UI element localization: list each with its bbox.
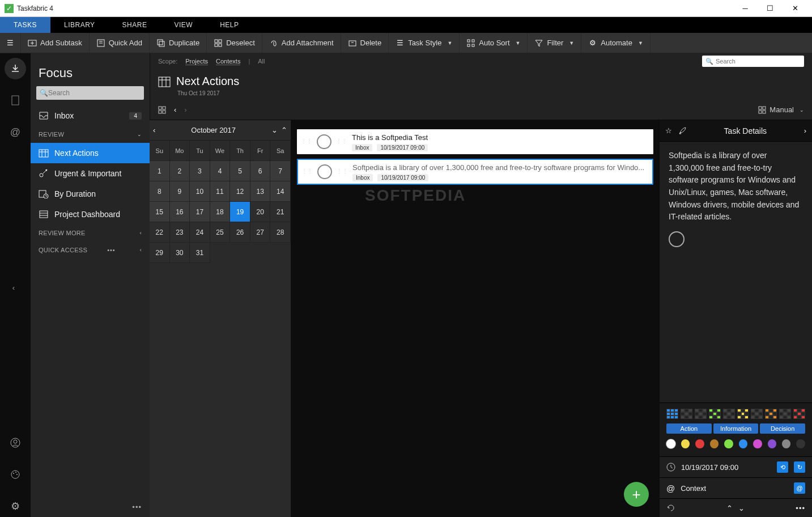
prev-button[interactable]: ‹ xyxy=(174,105,176,114)
menu-share[interactable]: SHARE xyxy=(109,17,161,33)
rail-page-button[interactable] xyxy=(5,90,26,111)
maximize-button[interactable]: ☐ xyxy=(758,1,783,16)
next-button[interactable]: › xyxy=(184,105,186,114)
color-swatch[interactable] xyxy=(782,439,790,448)
section-quick-access[interactable]: QUICK ACCESS•••‹ xyxy=(31,241,150,258)
color-swatch[interactable] xyxy=(753,439,762,448)
hamburger-button[interactable]: ☰ xyxy=(0,33,21,53)
star-icon[interactable]: ☆ xyxy=(665,126,672,135)
style-swatch[interactable] xyxy=(751,409,763,419)
automate-button[interactable]: ⚙Automate▼ xyxy=(581,33,651,53)
cal-day[interactable]: 20 xyxy=(250,202,271,222)
cal-day[interactable]: 7 xyxy=(270,161,291,181)
task-style-button[interactable]: ☰Task Style▼ xyxy=(389,33,460,53)
style-swatch[interactable] xyxy=(695,409,707,419)
cal-day[interactable]: 1 xyxy=(150,161,170,181)
quick-add-button[interactable]: Quick Add xyxy=(90,33,150,53)
cal-day[interactable]: 29 xyxy=(150,243,170,263)
color-swatch[interactable] xyxy=(695,439,704,448)
cal-day[interactable]: 15 xyxy=(150,202,170,222)
minimize-button[interactable]: ─ xyxy=(733,1,758,16)
sidebar-inbox[interactable]: Inbox 4 xyxy=(31,105,150,126)
section-review[interactable]: REVIEW⌄ xyxy=(31,126,150,143)
add-task-fab[interactable]: + xyxy=(624,482,649,507)
rocket-icon[interactable] xyxy=(678,126,687,135)
cal-day[interactable]: 26 xyxy=(230,222,250,243)
cal-day[interactable]: 3 xyxy=(190,161,210,181)
cycle-icon[interactable] xyxy=(666,503,675,512)
cal-day[interactable]: 9 xyxy=(170,181,190,202)
rail-collapse-button[interactable]: ‹ xyxy=(12,283,15,292)
scope-projects[interactable]: Projects xyxy=(185,58,208,65)
deselect-button[interactable]: Deselect xyxy=(207,33,262,53)
filter-button[interactable]: Filter▼ xyxy=(528,33,581,53)
menu-help[interactable]: HELP xyxy=(206,17,252,33)
cal-day[interactable]: 30 xyxy=(170,243,190,263)
sidebar-search[interactable]: 🔍 xyxy=(36,86,144,100)
style-swatch[interactable] xyxy=(737,409,749,419)
menu-tasks[interactable]: TASKS xyxy=(0,17,50,33)
more-icon[interactable]: ••• xyxy=(796,504,805,512)
cal-day[interactable]: 25 xyxy=(210,222,231,243)
cal-day[interactable]: 8 xyxy=(150,181,170,202)
cal-day[interactable]: 21 xyxy=(270,202,291,222)
color-swatch[interactable] xyxy=(666,439,675,448)
cal-day[interactable]: 24 xyxy=(190,222,210,243)
cal-day[interactable]: 10 xyxy=(190,181,210,202)
section-review-more[interactable]: REVIEW MORE‹ xyxy=(31,224,150,241)
due-reset-button[interactable]: ⟲ xyxy=(777,461,788,473)
cal-dropdown-button[interactable]: ⌄ xyxy=(271,126,278,134)
style-swatch[interactable] xyxy=(779,409,791,419)
cal-day[interactable]: 31 xyxy=(190,243,210,263)
cal-day[interactable]: 19 xyxy=(230,202,250,222)
auto-sort-button[interactable]: Auto Sort▼ xyxy=(460,33,528,53)
rail-user-button[interactable] xyxy=(5,432,26,454)
cal-up-button[interactable]: ⌃ xyxy=(281,126,287,134)
sidebar-dashboard[interactable]: Project Dashboard xyxy=(31,204,150,224)
cal-day[interactable]: 28 xyxy=(270,222,291,243)
color-swatch[interactable] xyxy=(724,439,733,448)
sidebar-next-actions[interactable]: Next Actions xyxy=(31,143,150,163)
cal-day[interactable]: 12 xyxy=(230,181,250,202)
style-swatch[interactable] xyxy=(765,409,777,419)
style-swatch[interactable] xyxy=(666,409,678,419)
segment-action[interactable]: Action xyxy=(666,423,712,434)
cal-day[interactable]: 13 xyxy=(250,181,271,202)
cal-day[interactable]: 4 xyxy=(210,161,231,181)
context-at-button[interactable]: @ xyxy=(794,482,805,494)
cal-day[interactable]: 6 xyxy=(250,161,271,181)
color-swatch[interactable] xyxy=(681,439,690,448)
cal-day[interactable]: 14 xyxy=(270,181,291,202)
task-checkbox[interactable] xyxy=(317,134,331,149)
more-icon[interactable]: ••• xyxy=(132,503,142,511)
rail-at-button[interactable]: @ xyxy=(5,121,26,143)
due-refresh-button[interactable]: ↻ xyxy=(794,461,805,473)
drag-handle-icon[interactable]: ⋮⋮ xyxy=(301,168,313,174)
global-search-input[interactable] xyxy=(716,58,801,65)
style-swatch[interactable] xyxy=(723,409,735,419)
drag-handle-icon[interactable]: ⋮⋮ xyxy=(301,138,312,144)
menu-view[interactable]: VIEW xyxy=(160,17,206,33)
grid-view-button[interactable] xyxy=(158,106,166,114)
cal-day[interactable]: 22 xyxy=(150,222,170,243)
duplicate-button[interactable]: Duplicate xyxy=(150,33,207,53)
cal-day[interactable]: 16 xyxy=(170,202,190,222)
scope-all[interactable]: All xyxy=(258,58,265,65)
cal-day[interactable]: 18 xyxy=(210,202,231,222)
cal-day[interactable]: 23 xyxy=(170,222,190,243)
color-swatch[interactable] xyxy=(710,439,719,448)
due-date[interactable]: 10/19/2017 09:00 xyxy=(681,463,738,472)
color-swatch[interactable] xyxy=(739,439,747,448)
sidebar-duration[interactable]: By Duration xyxy=(31,184,150,204)
sidebar-urgent[interactable]: Urgent & Important xyxy=(31,163,150,184)
next-task-button[interactable]: ⌄ xyxy=(738,504,745,512)
rail-settings-button[interactable]: ⚙ xyxy=(5,495,26,517)
cal-day[interactable]: 5 xyxy=(230,161,250,181)
cal-prev-button[interactable]: ‹ xyxy=(153,126,155,134)
prev-task-button[interactable]: ⌃ xyxy=(726,504,733,512)
sidebar-search-input[interactable] xyxy=(48,89,141,97)
cal-day[interactable]: 2 xyxy=(170,161,190,181)
global-search[interactable]: 🔍 xyxy=(702,56,804,67)
delete-button[interactable]: Delete xyxy=(341,33,389,53)
task-checkbox[interactable] xyxy=(317,164,332,179)
